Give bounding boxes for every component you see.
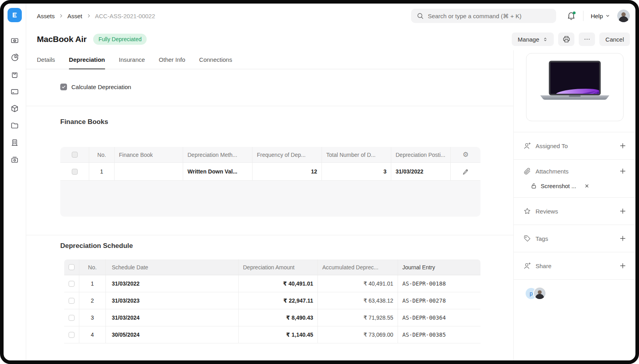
row-checkbox[interactable] — [72, 169, 78, 175]
money-icon[interactable] — [10, 36, 19, 45]
column-header-journal-entry: Journal Entry — [398, 259, 480, 275]
unlock-icon[interactable] — [530, 183, 537, 189]
schedule-date-cell[interactable]: 30/05/2024 — [106, 326, 239, 343]
schedule-date-cell[interactable]: 31/03/2023 — [106, 292, 239, 309]
package-icon[interactable] — [10, 104, 19, 113]
depreciation-amount-cell[interactable]: ₹ 22,947.11 — [239, 292, 318, 309]
tab-other-info[interactable]: Other Info — [159, 50, 186, 69]
owner-avatar[interactable] — [533, 287, 546, 300]
reviews-label: Reviews — [536, 208, 558, 215]
app-sidebar — [4, 4, 26, 360]
asset-image-card[interactable] — [526, 53, 624, 121]
journal-entry-link[interactable]: AS-DEPR-00278 — [398, 292, 480, 309]
notifications-bell-icon[interactable] — [566, 11, 576, 21]
calculate-depreciation-field: Calculate Depreciation — [60, 84, 513, 90]
total-depreciations-cell[interactable]: 3 — [322, 163, 391, 180]
top-navbar: Assets Asset ACC-ASS-2021-00022 Help — [26, 4, 635, 28]
posting-date-cell[interactable]: 31/03/2022 — [391, 163, 451, 180]
frequency-cell[interactable]: 12 — [253, 163, 322, 180]
journal-entry-link[interactable]: AS-DEPR-00364 — [398, 309, 480, 326]
journal-entry-link[interactable]: AS-DEPR-00385 — [398, 326, 480, 343]
breadcrumb-current: ACC-ASS-2021-00022 — [95, 13, 155, 19]
tab-depreciation[interactable]: Depreciation — [69, 50, 105, 69]
add-assignment-button[interactable] — [619, 142, 627, 150]
breadcrumb: Assets Asset ACC-ASS-2021-00022 — [37, 13, 155, 19]
depreciation-amount-cell[interactable]: ₹ 40,491.01 — [239, 275, 318, 292]
row-checkbox[interactable] — [69, 332, 75, 338]
schedule-row: 3 31/03/2024 ₹ 8,490.43 ₹ 71,928.55 AS-D… — [64, 309, 480, 326]
share-label: Share — [536, 263, 551, 269]
attachments-label: Attachments — [536, 168, 568, 175]
depreciation-amount-cell[interactable]: ₹ 8,490.43 — [239, 309, 318, 326]
folder-icon[interactable] — [10, 121, 19, 130]
side-panel: Assigned To Attachments — [513, 50, 635, 360]
status-badge: Fully Depreciated — [93, 34, 147, 45]
finance-book-cell[interactable] — [115, 163, 183, 180]
manage-button[interactable]: Manage — [512, 32, 554, 46]
tab-insurance[interactable]: Insurance — [119, 50, 145, 69]
row-checkbox[interactable] — [69, 298, 75, 304]
more-menu-button[interactable] — [579, 32, 595, 46]
column-header-no: No. — [79, 259, 106, 275]
column-header-depreciation-method: Depreciation Meth... — [183, 147, 253, 162]
help-menu[interactable]: Help — [591, 13, 610, 19]
search-icon — [417, 12, 424, 19]
star-icon — [523, 207, 531, 215]
print-button[interactable] — [558, 32, 574, 46]
depreciation-method-cell[interactable]: Written Down Val... — [183, 163, 253, 180]
document-body: Details Depreciation Insurance Other Inf… — [26, 50, 635, 360]
building-icon[interactable] — [10, 138, 19, 147]
tags-section: Tags — [514, 225, 635, 252]
credit-card-icon[interactable] — [10, 87, 19, 96]
schedule-date-cell[interactable]: 31/03/2024 — [106, 309, 239, 326]
attachments-section: Attachments Screenshot ... — [514, 159, 635, 197]
add-attachment-button[interactable] — [619, 167, 627, 175]
schedule-header-row: No. Schedule Date Depreciation Amount Ac… — [64, 259, 480, 275]
accumulated-cell[interactable]: ₹ 63,438.12 — [318, 292, 398, 309]
shopping-bag-icon[interactable] — [10, 70, 19, 79]
accumulated-cell[interactable]: ₹ 40,491.01 — [318, 275, 398, 292]
calculate-depreciation-checkbox[interactable] — [60, 84, 67, 90]
breadcrumb-assets[interactable]: Assets — [37, 13, 55, 19]
edit-row-pencil-icon[interactable] — [462, 168, 469, 175]
column-header-depreciation-amount: Depreciation Amount — [239, 259, 318, 275]
select-chevrons-icon — [543, 37, 548, 42]
select-all-checkbox[interactable] — [72, 152, 78, 158]
remove-attachment-icon[interactable] — [584, 183, 589, 189]
document-header: MacBook Air Fully Depreciated Manage Can… — [26, 28, 635, 50]
user-avatar[interactable] — [617, 10, 630, 22]
accumulated-cell[interactable]: ₹ 73,069.00 — [318, 326, 398, 343]
global-search[interactable] — [411, 9, 556, 23]
column-header-total-depreciations: Total Number of D... — [322, 147, 391, 162]
column-header-no: No. — [89, 147, 115, 162]
asset-camera-icon[interactable] — [10, 155, 19, 164]
pie-chart-icon[interactable] — [10, 53, 19, 62]
erpnext-logo[interactable] — [8, 8, 22, 22]
column-header-posting-date: Depreciation Posti... — [391, 147, 451, 162]
user-plus-icon — [523, 262, 531, 270]
attachment-file-link[interactable]: Screenshot ... — [541, 183, 576, 189]
accumulated-cell[interactable]: ₹ 71,928.55 — [318, 309, 398, 326]
select-all-checkbox[interactable] — [69, 264, 75, 270]
add-tag-button[interactable] — [619, 234, 627, 242]
search-input[interactable] — [428, 13, 551, 19]
row-number: 1 — [79, 275, 106, 292]
add-review-button[interactable] — [619, 207, 627, 215]
add-share-button[interactable] — [619, 262, 627, 270]
schedule-date-cell[interactable]: 31/03/2022 — [106, 275, 239, 292]
assigned-to-label: Assigned To — [536, 143, 568, 149]
cancel-button[interactable]: Cancel — [599, 32, 630, 46]
tag-icon — [523, 234, 531, 242]
journal-entry-link[interactable]: AS-DEPR-00188 — [398, 275, 480, 292]
tab-connections[interactable]: Connections — [199, 50, 232, 69]
grid-settings-gear-icon[interactable]: ⚙ — [463, 151, 469, 158]
column-header-schedule-date: Schedule Date — [106, 259, 239, 275]
row-checkbox[interactable] — [69, 315, 75, 321]
assigned-to-section: Assigned To — [514, 132, 635, 159]
depreciation-amount-cell[interactable]: ₹ 1,140.45 — [239, 326, 318, 343]
tab-details[interactable]: Details — [37, 50, 55, 69]
shared-with-avatars: p — [514, 279, 635, 300]
breadcrumb-asset[interactable]: Asset — [67, 13, 82, 19]
calculate-depreciation-label: Calculate Depreciation — [71, 84, 131, 90]
row-checkbox[interactable] — [69, 281, 75, 287]
